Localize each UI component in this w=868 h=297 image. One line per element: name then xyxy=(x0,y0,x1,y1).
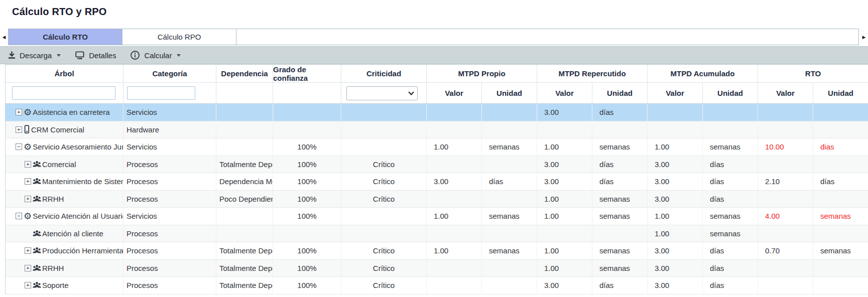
collapse-toggle[interactable]: − xyxy=(16,213,22,219)
expand-toggle[interactable]: + xyxy=(25,265,31,271)
process-people-icon xyxy=(33,230,41,237)
table-row[interactable]: +Producción HerramientasProcesosTotalmen… xyxy=(6,242,868,260)
cell-mtpd-repercutido-valor: 1.00 xyxy=(537,191,592,208)
cell-arbol: +Producción Herramientas xyxy=(6,242,123,260)
cell-grado-confianza: 100% xyxy=(273,277,341,294)
cell-mtpd-acumulado-unidad: días xyxy=(703,156,758,174)
cell-dependencia: Totalmente Dependiente xyxy=(216,242,273,260)
cell-mtpd-acumulado-valor: 1.00 xyxy=(648,138,703,156)
group-header-0: MTPD Propio xyxy=(427,65,537,83)
cell-dependencia: Poco Dependiente xyxy=(216,191,273,208)
cell-criticidad xyxy=(341,208,427,225)
subheader-valor-2: Valor xyxy=(648,83,703,104)
cell-mtpd-acumulado-valor: 3.00 xyxy=(648,156,703,174)
cell-mtpd-propio-unidad xyxy=(482,260,537,277)
cell-rto-valor: 2.10 xyxy=(758,173,813,191)
table-row[interactable]: +Mantenimiento de SistemasProcesosDepend… xyxy=(6,173,868,191)
cell-rto-valor xyxy=(758,277,813,294)
cell-mtpd-acumulado-valor: 3.00 xyxy=(648,260,703,277)
table-row[interactable]: +SoporteProcesosTotalmente Dependiente10… xyxy=(6,277,868,294)
cell-grado-confianza xyxy=(273,121,341,139)
cell-grado-confianza xyxy=(273,225,341,243)
table-row[interactable]: +ComercialProcesosTotalmente Dependiente… xyxy=(6,156,868,174)
cell-mtpd-repercutido-valor xyxy=(537,225,592,243)
table-row[interactable]: Atención al clienteProcesos1.00semanas xyxy=(6,225,868,243)
detalles-button[interactable]: Detalles xyxy=(75,51,116,60)
table-row[interactable]: +CRM ComercialHardware xyxy=(6,121,868,139)
subheader-valor-3: Valor xyxy=(758,83,813,104)
cell-mtpd-repercutido-unidad: días xyxy=(592,277,648,294)
tree-node-label: RRHH xyxy=(42,264,64,272)
tab-calculo-rto[interactable]: Cálculo RTO xyxy=(9,29,122,45)
cell-criticidad xyxy=(341,104,427,121)
caret-down-icon[interactable] xyxy=(177,54,181,57)
table-row[interactable]: −⚙Servicio Asesoramiento JurídicoServici… xyxy=(6,138,868,156)
cell-rto-valor: 4.00 xyxy=(758,208,813,225)
cell-dependencia xyxy=(216,121,273,139)
tab-calculo-rpo[interactable]: Cálculo RPO xyxy=(122,29,236,45)
tab-scroll-left-icon[interactable]: ◀ xyxy=(0,35,8,40)
cell-mtpd-acumulado-unidad: días xyxy=(703,173,758,191)
cell-mtpd-acumulado-unidad: días xyxy=(703,242,758,260)
cell-rto-unidad xyxy=(813,277,868,294)
categoria-filter-input[interactable] xyxy=(127,86,195,100)
calcular-button[interactable]: Calcular xyxy=(130,50,181,60)
expand-toggle[interactable]: + xyxy=(25,247,31,254)
tree-node-label: Servicio Atención al Usuario xyxy=(33,212,123,220)
cell-dependencia: Dependencia Media xyxy=(216,173,273,191)
table-row[interactable]: −⚙Servicio Atención al UsuarioServicios1… xyxy=(6,208,868,225)
cell-mtpd-acumulado-unidad: semanas xyxy=(703,138,758,156)
cell-rto-unidad: días xyxy=(813,173,868,191)
cell-mtpd-acumulado-unidad: días xyxy=(703,260,758,277)
cell-rto-valor xyxy=(758,121,813,139)
cell-rto-unidad xyxy=(813,225,868,243)
cell-mtpd-propio-valor xyxy=(427,277,482,294)
cell-mtpd-propio-unidad xyxy=(482,277,537,294)
subheader-unidad-2: Unidad xyxy=(703,83,758,104)
cell-mtpd-acumulado-unidad xyxy=(703,121,758,139)
cell-mtpd-repercutido-unidad: semanas xyxy=(592,208,648,225)
expand-toggle[interactable]: + xyxy=(25,282,31,288)
cell-criticidad: Crítico xyxy=(341,173,427,191)
subheader-valor-0: Valor xyxy=(427,83,482,104)
caret-down-icon[interactable] xyxy=(57,54,61,57)
cell-rto-valor xyxy=(758,191,813,208)
cell-rto-unidad: semanas xyxy=(813,208,868,225)
cell-mtpd-acumulado-unidad: días xyxy=(703,191,758,208)
cell-mtpd-acumulado-valor: 3.00 xyxy=(648,242,703,260)
tree-node-label: Asistencia en carretera xyxy=(33,108,109,116)
cell-mtpd-propio-valor: 1.00 xyxy=(427,138,482,156)
chevron-down-icon xyxy=(408,89,414,95)
cell-grado-confianza: 100% xyxy=(273,191,341,208)
collapse-toggle[interactable]: − xyxy=(16,143,22,150)
cell-mtpd-repercutido-valor: 3.00 xyxy=(537,156,592,174)
service-gear-icon: ⚙ xyxy=(24,108,32,117)
expand-toggle[interactable]: + xyxy=(16,109,22,115)
dependencia-filter-cell xyxy=(216,83,273,104)
expand-toggle[interactable]: + xyxy=(25,196,31,202)
table-row[interactable]: +⚙Asistencia en carreteraServicios3.00dí… xyxy=(6,104,868,121)
cell-criticidad: Crítico xyxy=(341,242,427,260)
expand-toggle[interactable]: + xyxy=(16,126,22,133)
cell-mtpd-propio-valor xyxy=(427,156,482,174)
cell-mtpd-repercutido-unidad: semanas xyxy=(592,260,648,277)
monitor-icon xyxy=(75,51,85,60)
service-gear-icon: ⚙ xyxy=(24,212,32,221)
tab-scroll-right-icon[interactable]: ▶ xyxy=(860,35,868,40)
cell-rto-valor xyxy=(758,225,813,243)
cell-arbol: Atención al cliente xyxy=(6,225,123,243)
expand-toggle[interactable]: + xyxy=(25,161,31,168)
info-icon xyxy=(130,50,140,60)
criticidad-filter-select[interactable] xyxy=(346,86,418,100)
arbol-filter-input[interactable] xyxy=(12,86,115,100)
service-gear-icon: ⚙ xyxy=(24,142,32,152)
cell-mtpd-propio-valor xyxy=(427,191,482,208)
cell-dependencia: Totalmente Dependiente xyxy=(216,156,273,174)
table-row[interactable]: +RRHHProcesosTotalmente Dependiente100%C… xyxy=(6,260,868,277)
expand-toggle[interactable]: + xyxy=(25,178,31,185)
cell-mtpd-propio-unidad xyxy=(482,191,537,208)
cell-rto-valor: 10.00 xyxy=(758,138,813,156)
descarga-button[interactable]: Descarga xyxy=(8,51,61,60)
table-row[interactable]: +RRHHProcesosPoco Dependiente100%Crítico… xyxy=(6,191,868,208)
cell-criticidad: Crítico xyxy=(341,260,427,277)
